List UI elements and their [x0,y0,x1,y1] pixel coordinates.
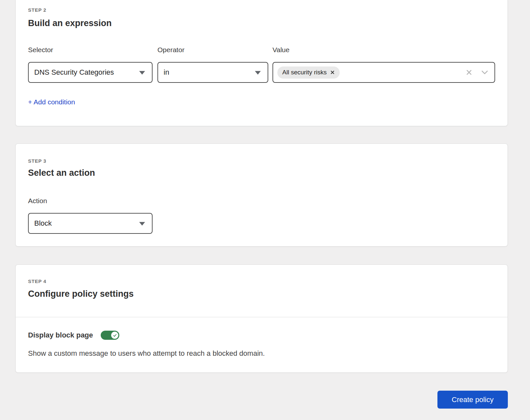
footer-actions: Create policy [15,391,508,409]
operator-dropdown[interactable]: in [157,62,268,83]
step4-title: Configure policy settings [28,289,134,299]
action-value: Block [29,219,52,228]
value-multiselect[interactable]: All security risks [272,62,495,83]
value-label: Value [272,46,495,54]
value-tag-label: All security risks [282,69,327,76]
caret-down-icon [255,71,261,75]
step3-card: STEP 3 Select an action Action Block [15,143,508,247]
caret-down-icon [139,71,145,75]
selector-field-group: Selector DNS Security Categories [28,46,153,83]
action-dropdown[interactable]: Block [28,213,153,234]
display-block-page-label: Display block page [28,331,93,339]
display-block-page-row: Display block page [28,331,119,340]
policy-builder-page: STEP 2 Build an expression Selector DNS … [0,0,530,409]
add-condition-link[interactable]: + Add condition [28,98,75,106]
block-page-description: Show a custom message to users who attem… [28,349,265,358]
section-divider [16,317,508,317]
operator-label: Operator [157,46,268,54]
step3-title: Select an action [28,168,95,178]
clear-all-icon[interactable] [465,69,473,76]
operator-value: in [158,68,169,77]
step2-card: STEP 2 Build an expression Selector DNS … [15,0,508,126]
value-field-group: Value All security risks [272,46,495,83]
operator-field-group: Operator in [157,46,268,83]
value-tag: All security risks [277,67,340,79]
remove-tag-icon[interactable] [330,70,335,75]
toggle-knob [111,332,118,339]
selector-label: Selector [28,46,153,54]
check-icon [113,333,117,338]
selector-dropdown[interactable]: DNS Security Categories [28,62,153,83]
step3-eyebrow: STEP 3 [28,158,46,164]
step2-title: Build an expression [28,18,112,28]
action-field-group: Action Block [28,197,153,234]
step2-eyebrow: STEP 2 [28,7,46,13]
caret-down-icon [139,222,145,226]
create-policy-button[interactable]: Create policy [437,391,508,409]
step4-card: STEP 4 Configure policy settings Display… [15,264,508,373]
selector-value: DNS Security Categories [29,68,114,77]
display-block-page-toggle[interactable] [101,331,119,340]
chevron-down-icon[interactable] [481,68,489,76]
step4-eyebrow: STEP 4 [28,278,46,284]
action-label: Action [28,197,153,205]
